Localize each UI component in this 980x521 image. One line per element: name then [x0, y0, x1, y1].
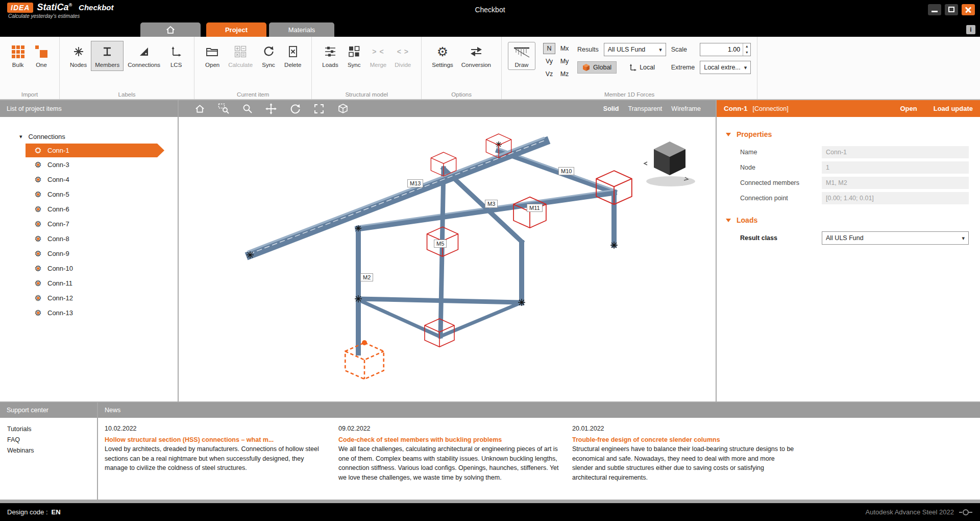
news-title-link[interactable]: Trouble-free design of concrete slender … — [572, 436, 796, 443]
webinars-link[interactable]: Webinars — [7, 445, 90, 456]
nodes-labels-button[interactable]: Nodes — [66, 41, 91, 71]
result-class-dropdown[interactable]: All ULS Fund ▾ — [822, 231, 969, 245]
load-update-button[interactable]: Load update — [934, 105, 973, 112]
maximize-button[interactable] — [945, 4, 958, 15]
tab-home[interactable] — [140, 22, 201, 37]
pan-button[interactable] — [265, 103, 277, 114]
connection-gear-icon: ⚙ — [34, 160, 42, 169]
zoom-button[interactable] — [242, 103, 253, 114]
view-home-button[interactable] — [194, 104, 205, 114]
mode-wireframe[interactable]: Wireframe — [671, 105, 701, 112]
news-title-link[interactable]: Hollow structural section (HSS) connecti… — [105, 436, 328, 443]
tree-item-conn-3[interactable]: ⚙Conn-3 — [0, 157, 178, 172]
view-cube-button[interactable] — [337, 103, 349, 114]
minimize-button[interactable] — [928, 4, 941, 15]
tab-project[interactable]: Project — [206, 22, 266, 37]
member-label-m13[interactable]: M13 — [407, 179, 423, 187]
selected-connection-cube[interactable] — [345, 340, 383, 379]
zoom-window-button[interactable] — [218, 103, 229, 114]
tutorials-link[interactable]: Tutorials — [7, 424, 90, 435]
structural-model-canvas[interactable] — [179, 117, 716, 401]
toggle-mz[interactable]: Mz — [558, 68, 571, 80]
mode-transparent[interactable]: Transparent — [628, 105, 662, 112]
zoom-fit-button[interactable] — [313, 103, 325, 114]
lcs-labels-button[interactable]: LCS — [164, 41, 188, 71]
tree-item-conn-10[interactable]: ⚙Conn-10 — [0, 261, 178, 276]
properties-section-toggle[interactable]: Properties — [717, 128, 980, 140]
stepper-arrows: ▲ ▼ — [743, 43, 750, 56]
open-connection-button[interactable]: Open — [900, 105, 917, 112]
connection-gear-icon: ⚙ — [34, 234, 42, 243]
one-square-icon — [35, 44, 48, 59]
member-label-m2[interactable]: M2 — [360, 273, 373, 281]
member-label-m11[interactable]: M11 — [527, 204, 543, 212]
news-date: 10.02.2022 — [105, 425, 328, 432]
local-toggle-button[interactable]: Local — [623, 61, 660, 74]
navigation-cube[interactable] — [644, 141, 695, 186]
tree-item-conn-6[interactable]: ⚙Conn-6 — [0, 202, 178, 217]
toggle-n[interactable]: N — [543, 43, 555, 54]
delete-document-icon — [287, 44, 299, 59]
extreme-dropdown[interactable]: Local extre... ▾ — [700, 61, 751, 74]
settings-button[interactable]: ⚙ Settings — [428, 41, 457, 71]
toggle-vy[interactable]: Vy — [543, 56, 555, 67]
spin-up-icon[interactable]: ▲ — [743, 43, 750, 50]
loads-button[interactable]: Loads — [318, 41, 342, 71]
delete-item-button[interactable]: Delete — [280, 41, 305, 71]
members-labels-button[interactable]: Members — [91, 41, 124, 71]
tree-item-conn-7[interactable]: ⚙Conn-7 — [0, 217, 178, 231]
calculate-button[interactable]: Calculate — [224, 41, 257, 71]
mode-solid[interactable]: Solid — [603, 105, 619, 112]
viewport-toolbar: Solid Transparent Wireframe — [179, 100, 716, 117]
spin-down-icon[interactable]: ▼ — [743, 50, 750, 56]
tree-item-conn-1[interactable]: ⚙Conn-1 — [26, 144, 164, 157]
toggle-vz[interactable]: Vz — [543, 68, 555, 80]
maximize-icon — [948, 7, 954, 12]
tab-materials[interactable]: Materials — [269, 22, 334, 37]
tree-item-conn-5[interactable]: ⚙Conn-5 — [0, 187, 178, 202]
member-label-m10[interactable]: M10 — [558, 167, 574, 175]
point-value-field: [0.00; 1.40; 0.01] — [822, 192, 969, 204]
ribbon-group-labels: Nodes Members Connections LCS Labe — [60, 37, 194, 99]
merge-button[interactable]: > < Merge — [366, 41, 391, 71]
tree-item-conn-8[interactable]: ⚙Conn-8 — [0, 231, 178, 246]
sync-item-button[interactable]: Sync — [257, 41, 280, 71]
model-viewport[interactable]: M13 M10 M3 M11 M5 M2 — [179, 117, 716, 401]
one-import-button[interactable]: One — [30, 41, 53, 71]
faq-link[interactable]: FAQ — [7, 435, 90, 445]
global-toggle-button[interactable]: Global — [577, 61, 617, 74]
tree-item-conn-4[interactable]: ⚙Conn-4 — [0, 172, 178, 187]
tree-item-conn-12[interactable]: ⚙Conn-12 — [0, 291, 178, 305]
open-item-button[interactable]: Open — [201, 41, 224, 71]
node-value-field: 1 — [822, 161, 969, 174]
loads-section-toggle[interactable]: Loads — [717, 214, 980, 226]
scale-input[interactable] — [700, 43, 743, 56]
bulk-import-button[interactable]: Bulk — [6, 41, 30, 71]
info-button[interactable]: i — [966, 25, 975, 34]
member-label-m5[interactable]: M5 — [434, 240, 447, 248]
rotate-button[interactable] — [289, 103, 301, 114]
toggle-my[interactable]: My — [558, 56, 571, 67]
news-title-link[interactable]: Code-check of steel members with bucklin… — [338, 436, 562, 443]
nav-arrow-icon[interactable] — [644, 162, 647, 165]
design-code-value: EN — [52, 508, 61, 516]
close-button[interactable] — [962, 4, 975, 15]
conversion-button[interactable]: Conversion — [457, 41, 495, 71]
tree-item-conn-9[interactable]: ⚙Conn-9 — [0, 246, 178, 261]
sync-model-button[interactable]: Sync — [342, 41, 366, 71]
tree-item-conn-11[interactable]: ⚙Conn-11 — [0, 276, 178, 291]
connection-cubes[interactable] — [425, 134, 632, 347]
results-dropdown[interactable]: All ULS Fund ▾ — [604, 43, 666, 56]
toggle-mx[interactable]: Mx — [558, 43, 571, 54]
draw-forces-button[interactable]: Draw — [508, 42, 535, 70]
divide-button[interactable]: < > Divide — [390, 41, 415, 71]
tree-item-conn-13[interactable]: ⚙Conn-13 — [0, 305, 178, 320]
conversion-arrows-icon — [470, 44, 482, 59]
member-label-m3[interactable]: M3 — [485, 200, 498, 208]
tree-expander-icon[interactable]: ▾ — [19, 133, 22, 140]
scale-stepper[interactable]: ▲ ▼ — [700, 43, 751, 56]
support-center-header: Support center — [0, 402, 97, 418]
news-header: News — [98, 402, 980, 418]
connections-labels-button[interactable]: Connections — [124, 41, 164, 71]
tree-node-connections[interactable]: ▾ Connections — [0, 129, 178, 144]
